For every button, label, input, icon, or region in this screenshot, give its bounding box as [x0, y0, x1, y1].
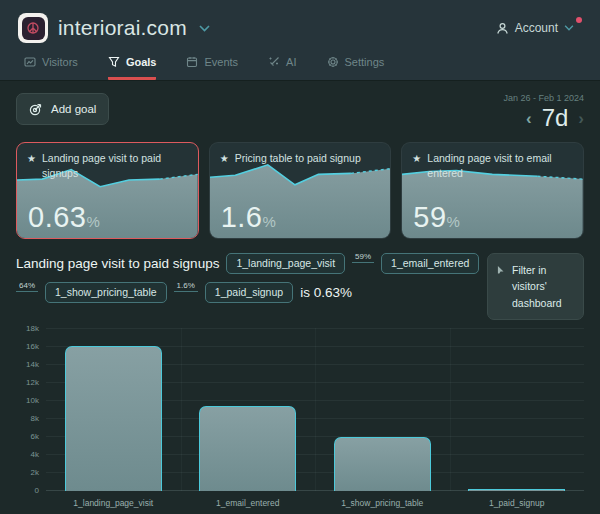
bar-cell [450, 489, 585, 491]
funnel-summary-row: Landing page visit to paid signups1_land… [16, 253, 584, 320]
funnel-summary: Landing page visit to paid signups1_land… [16, 253, 480, 303]
account-label: Account [515, 21, 558, 35]
goal-card[interactable]: ★Landing page visit to paid signups 0.63… [16, 142, 199, 239]
tab-label: Settings [345, 56, 385, 68]
bars-row [46, 328, 584, 491]
tab-bar: VisitorsGoalsEventsAISettings [18, 56, 582, 80]
bar-1_paid_signup[interactable] [468, 489, 565, 491]
chevron-down-icon [199, 25, 210, 32]
goal-cards: ★Landing page visit to paid signups 0.63… [16, 142, 584, 239]
tab-ai[interactable]: AI [268, 56, 296, 80]
notification-dot [576, 17, 582, 23]
magic-wand-icon [268, 56, 280, 68]
y-tick-label: 16k [26, 341, 39, 350]
tab-label: Goals [126, 56, 157, 68]
step-conversion-rate: 59% [352, 252, 374, 263]
funnel-summary-text: Landing page visit to paid signups [16, 256, 219, 271]
funnel-step-pill[interactable]: 1_show_pricing_table [45, 282, 167, 303]
bar-1_show_pricing_table[interactable] [334, 437, 431, 491]
bar-1_landing_page_visit[interactable] [65, 346, 162, 491]
funnel-bar-chart: 18k16k14k12k10k8k6k4k2k0 [16, 328, 584, 491]
funnel-summary-text: is 0.63% [300, 285, 352, 300]
target-icon [29, 102, 43, 116]
add-goal-label: Add goal [51, 103, 96, 115]
bar-cell [46, 346, 181, 491]
chart-x-axis: 1_landing_page_visit1_email_entered1_sho… [46, 498, 584, 508]
toolbar: Add goal Jan 26 - Feb 1 2024 ‹ 7d › [16, 93, 584, 132]
filter-in-dashboard-button[interactable]: Filter in visitors' dashboard [487, 253, 584, 320]
visitors-chart-icon [24, 56, 36, 68]
x-tick-label: 1_paid_signup [450, 498, 585, 508]
y-tick-label: 10k [26, 395, 39, 404]
funnel-step-pill[interactable]: 1_landing_page_visit [226, 253, 345, 274]
step-conversion-rate: 64% [16, 281, 38, 292]
funnel-icon [108, 56, 120, 68]
tab-label: Events [204, 56, 238, 68]
star-icon: ★ [412, 152, 421, 167]
tab-settings[interactable]: Settings [327, 56, 385, 80]
chevron-down-icon [564, 25, 574, 31]
tab-goals[interactable]: Goals [108, 56, 157, 80]
site-logo-icon [18, 13, 48, 43]
funnel-step-pill[interactable]: 1_paid_signup [205, 282, 293, 303]
tab-visitors[interactable]: Visitors [24, 56, 78, 80]
bar-cell [315, 437, 450, 491]
x-tick-label: 1_show_pricing_table [315, 498, 450, 508]
bar-cell [181, 406, 316, 491]
star-icon: ★ [27, 152, 36, 167]
y-tick-label: 6k [31, 431, 39, 440]
prev-period-button[interactable]: ‹ [526, 110, 532, 127]
funnel-step-pill[interactable]: 1_email_entered [381, 253, 479, 274]
goal-card[interactable]: ★Pricing table to paid signup 1.6% [209, 142, 392, 239]
goal-card-title: ★Pricing table to paid signup [220, 151, 383, 167]
goal-card[interactable]: ★Landing page visit to email entered 59% [401, 142, 584, 239]
y-tick-label: 8k [31, 413, 39, 422]
y-tick-label: 12k [26, 377, 39, 386]
filter-button-label: Filter in visitors' dashboard [512, 262, 574, 311]
x-tick-label: 1_email_entered [181, 498, 316, 508]
app-header: interiorai.com Account VisitorsGoalsEven… [0, 0, 600, 81]
add-goal-button[interactable]: Add goal [16, 93, 109, 125]
x-tick-label: 1_landing_page_visit [46, 498, 181, 508]
person-icon [496, 22, 509, 35]
tab-label: Visitors [42, 56, 78, 68]
next-period-button[interactable]: › [578, 110, 584, 127]
tab-events[interactable]: Events [186, 56, 238, 80]
goal-card-value: 59% [413, 201, 460, 234]
y-tick-label: 4k [31, 449, 39, 458]
period-label[interactable]: 7d [542, 104, 569, 132]
goal-card-title: ★Landing page visit to email entered [412, 151, 575, 181]
date-range-label: Jan 26 - Feb 1 2024 [503, 93, 584, 103]
goal-card-value: 0.63% [28, 201, 100, 234]
y-tick-label: 14k [26, 359, 39, 368]
y-tick-label: 0 [35, 485, 39, 494]
events-icon [186, 56, 198, 68]
main-content: Add goal Jan 26 - Feb 1 2024 ‹ 7d › ★Lan… [0, 81, 600, 514]
bar-1_email_entered[interactable] [199, 406, 296, 491]
gear-icon [327, 56, 339, 68]
chart-plot-area [46, 328, 584, 491]
goal-card-value: 1.6% [221, 201, 277, 234]
star-icon: ★ [220, 152, 229, 167]
step-conversion-rate: 1.6% [174, 281, 198, 292]
account-menu[interactable]: Account [496, 21, 582, 35]
y-tick-label: 18k [26, 323, 39, 332]
y-tick-label: 2k [31, 467, 39, 476]
tab-label: AI [286, 56, 296, 68]
site-selector[interactable]: interiorai.com [18, 13, 210, 43]
cursor-icon [497, 265, 506, 274]
chart-y-axis: 18k16k14k12k10k8k6k4k2k0 [16, 328, 46, 491]
goal-card-title: ★Landing page visit to paid signups [27, 151, 190, 181]
site-name: interiorai.com [58, 16, 187, 40]
